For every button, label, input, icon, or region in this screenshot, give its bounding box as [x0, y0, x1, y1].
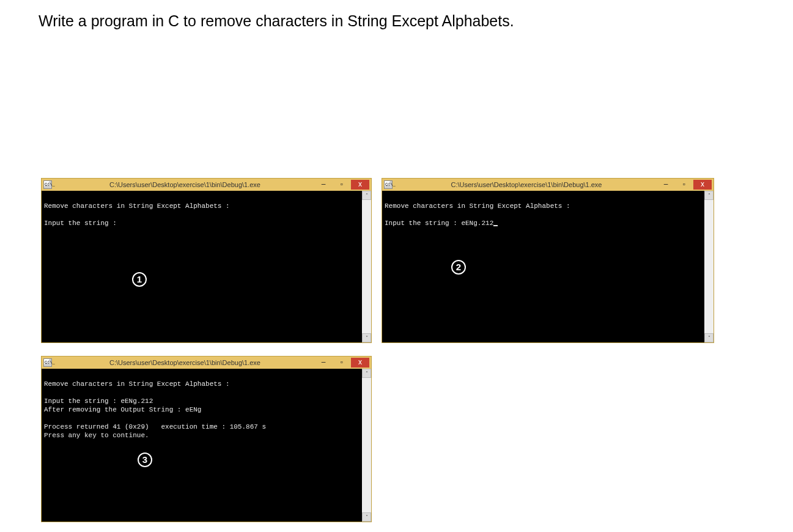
output-line: Input the string : eENg.212 — [44, 397, 153, 405]
step-badge-1: 1 — [132, 272, 147, 287]
scroll-up-button[interactable]: ˄ — [362, 191, 371, 200]
close-button[interactable]: x — [351, 358, 369, 368]
close-button[interactable]: x — [693, 180, 712, 190]
output-line: After removing the Output String : eENg — [44, 406, 201, 413]
console-window-2: C:\Users\user\Desktop\exercise\1\bin\Deb… — [382, 178, 714, 343]
scroll-down-button[interactable]: ˅ — [362, 333, 371, 342]
vertical-scrollbar[interactable]: ˄ ˅ — [362, 369, 371, 522]
step-badge-3: 3 — [138, 453, 152, 467]
console-body: Remove characters in String Except Alpha… — [42, 369, 371, 522]
window-title: C:\Users\user\Desktop\exercise\1\bin\Deb… — [396, 181, 657, 188]
close-button[interactable]: x — [351, 180, 369, 190]
output-line: Process returned 41 (0x29) execution tim… — [44, 423, 266, 430]
scroll-down-button[interactable]: ˅ — [704, 333, 714, 342]
vertical-scrollbar[interactable]: ˄ ˅ — [362, 191, 371, 342]
console-body: Remove characters in String Except Alpha… — [42, 191, 371, 342]
console-output: Remove characters in String Except Alpha… — [42, 369, 362, 522]
window-controls: – ▫ x — [314, 180, 369, 190]
scroll-up-button[interactable]: ˄ — [704, 191, 714, 200]
window-controls: – ▫ x — [657, 180, 712, 190]
maximize-button[interactable]: ▫ — [333, 358, 351, 368]
vertical-scrollbar[interactable]: ˄ ˅ — [704, 191, 714, 342]
titlebar: C:\Users\user\Desktop\exercise\1\bin\Deb… — [42, 179, 371, 191]
minimize-button[interactable]: – — [314, 358, 333, 368]
window-controls: – ▫ x — [314, 358, 369, 368]
minimize-button[interactable]: – — [657, 180, 675, 190]
output-line: Press any key to continue. — [44, 432, 149, 439]
scroll-up-button[interactable]: ˄ — [362, 369, 371, 378]
titlebar: C:\Users\user\Desktop\exercise\1\bin\Deb… — [382, 179, 714, 191]
minimize-button[interactable]: – — [314, 180, 333, 190]
console-window-3: C:\Users\user\Desktop\exercise\1\bin\Deb… — [41, 356, 372, 522]
maximize-button[interactable]: ▫ — [675, 180, 693, 190]
window-title: C:\Users\user\Desktop\exercise\1\bin\Deb… — [56, 359, 314, 366]
output-line: Input the string : eENg.212 — [385, 220, 493, 227]
console-window-1: C:\Users\user\Desktop\exercise\1\bin\Deb… — [41, 178, 372, 343]
page-title: Write a program in C to remove character… — [39, 12, 514, 30]
output-line: Remove characters in String Except Alpha… — [44, 202, 230, 210]
output-line: Input the string : — [44, 220, 117, 227]
window-title: C:\Users\user\Desktop\exercise\1\bin\Deb… — [56, 181, 314, 188]
console-body: Remove characters in String Except Alpha… — [382, 191, 714, 342]
maximize-button[interactable]: ▫ — [333, 180, 351, 190]
console-output: Remove characters in String Except Alpha… — [382, 191, 704, 342]
console-output: Remove characters in String Except Alpha… — [42, 191, 362, 342]
console-icon — [43, 180, 52, 189]
text-cursor — [493, 225, 498, 226]
console-icon — [384, 180, 393, 189]
titlebar: C:\Users\user\Desktop\exercise\1\bin\Deb… — [42, 357, 371, 369]
scroll-down-button[interactable]: ˅ — [362, 512, 371, 522]
step-badge-2: 2 — [451, 260, 466, 275]
console-icon — [43, 358, 52, 367]
output-line: Remove characters in String Except Alpha… — [385, 202, 570, 210]
output-line: Remove characters in String Except Alpha… — [44, 380, 230, 388]
